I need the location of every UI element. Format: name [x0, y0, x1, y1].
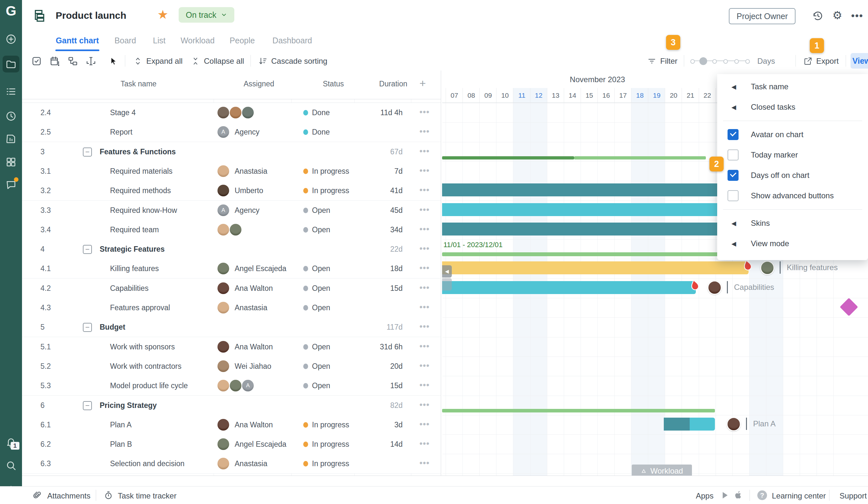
task-duration[interactable]: 20d	[390, 362, 403, 371]
row-menu-icon[interactable]: •••	[420, 166, 430, 176]
project-status-dropdown[interactable]: On track	[179, 7, 234, 23]
menu-item-view-mode[interactable]: ◀ View mode	[717, 233, 868, 254]
add-column-button[interactable]: +	[420, 77, 426, 90]
row-menu-icon[interactable]: •••	[420, 107, 430, 117]
collapse-group-icon[interactable]: –	[83, 245, 92, 254]
task-name[interactable]: Plan A	[110, 421, 132, 429]
sidebar-item-plus-circle[interactable]	[4, 32, 18, 46]
task-name[interactable]: Work with sponsors	[110, 343, 175, 351]
menu-item-show-advanced-buttons[interactable]: Show advanced buttons	[717, 186, 868, 206]
row-menu-icon[interactable]: •••	[420, 224, 430, 234]
row-menu-icon[interactable]: •••	[420, 341, 430, 351]
checkbox-today-marker[interactable]	[727, 149, 738, 160]
row-menu-icon[interactable]: •••	[420, 458, 430, 468]
status-label[interactable]: Open	[312, 303, 330, 312]
task-duration[interactable]: 15d	[390, 381, 403, 390]
tab-people[interactable]: People	[229, 31, 255, 50]
menu-item-today-marker[interactable]: Today marker	[717, 145, 868, 165]
task-duration[interactable]: 67d	[390, 147, 403, 156]
task-name[interactable]: Required know-How	[110, 206, 177, 215]
status-label[interactable]: Open	[312, 362, 330, 371]
sidebar-item-search[interactable]	[4, 459, 18, 472]
tab-board[interactable]: Board	[114, 31, 137, 50]
task-duration[interactable]: 18d	[390, 264, 403, 273]
row-menu-icon[interactable]: •••	[420, 439, 430, 449]
task-name[interactable]: Killing features	[110, 264, 159, 273]
group-summary-bar[interactable]	[442, 156, 574, 159]
sidebar-item-chat[interactable]	[4, 178, 18, 191]
task-duration[interactable]: 41d	[390, 186, 403, 195]
task-duration[interactable]: 45d	[390, 206, 403, 215]
task-duration[interactable]: 22d	[390, 245, 403, 254]
export-button[interactable]: Export	[803, 56, 838, 66]
google-play-icon[interactable]	[721, 491, 730, 500]
menu-item-avatar-on-chart[interactable]: Avatar on chart	[717, 125, 868, 145]
group-summary-bar[interactable]	[442, 409, 715, 412]
task-bar[interactable]	[690, 418, 715, 431]
row-menu-icon[interactable]: •••	[420, 302, 430, 312]
menu-item-skins[interactable]: ◀ Skins	[717, 213, 868, 233]
status-label[interactable]: Open	[312, 206, 330, 215]
overdue-tasks-icon[interactable]	[49, 56, 60, 67]
task-name[interactable]: Required materials	[110, 167, 173, 176]
checkbox-days-off-on-chart[interactable]	[727, 170, 738, 181]
workload-button[interactable]: Workload	[632, 464, 692, 475]
collapse-group-icon[interactable]: –	[83, 401, 92, 410]
status-label[interactable]: In progress	[312, 440, 349, 449]
favorite-star-icon[interactable]: ★	[157, 8, 168, 21]
status-label[interactable]: In progress	[312, 421, 349, 429]
learning-center-link[interactable]: Learning center	[772, 491, 826, 501]
subtask-structure-icon[interactable]	[67, 56, 78, 67]
tab-workload[interactable]: Workload	[181, 31, 214, 50]
row-menu-icon[interactable]: •••	[420, 400, 430, 410]
collapse-all-button[interactable]: Collapse all	[191, 56, 244, 66]
task-duration[interactable]: 7d	[394, 167, 403, 176]
collapse-group-icon[interactable]: –	[83, 323, 92, 332]
status-label[interactable]: Open	[312, 343, 330, 351]
menu-item-closed-tasks[interactable]: ◀ Closed tasks	[717, 97, 868, 117]
row-menu-icon[interactable]: •••	[420, 322, 430, 332]
column-header-task-name[interactable]: Task name	[96, 80, 180, 88]
sidebar-item-list[interactable]	[4, 85, 18, 98]
expand-all-button[interactable]: Expand all	[133, 56, 183, 66]
task-name[interactable]: Features & Functions	[100, 147, 176, 156]
status-label[interactable]: In progress	[312, 459, 349, 468]
status-label[interactable]: In progress	[312, 186, 349, 195]
task-duration[interactable]: 34d	[390, 225, 403, 234]
status-label[interactable]: Open	[312, 284, 330, 293]
group-summary-bar[interactable]	[574, 156, 706, 159]
filter-button[interactable]: Filter	[647, 56, 678, 66]
menu-item-task-name[interactable]: ◀ Task name	[717, 77, 868, 97]
checkbox-show-advanced-buttons[interactable]	[727, 190, 738, 201]
sidebar-item-bell[interactable]: 1	[4, 435, 18, 449]
task-duration[interactable]: 82d	[390, 401, 403, 410]
scroll-to-task-handle[interactable]	[442, 278, 452, 291]
tab-list[interactable]: List	[151, 31, 167, 50]
text-spacing-icon[interactable]	[85, 56, 96, 67]
task-name[interactable]: Stage 4	[110, 108, 136, 117]
status-label[interactable]: Done	[312, 108, 330, 117]
history-icon[interactable]	[812, 10, 824, 22]
task-duration[interactable]: 15d	[390, 284, 403, 293]
menu-item-days-off-on-chart[interactable]: Days off on chart	[717, 165, 868, 185]
apps-label[interactable]: Apps	[696, 491, 714, 501]
support-link[interactable]: Support	[839, 491, 867, 501]
task-name[interactable]: Required methods	[110, 186, 171, 195]
row-menu-icon[interactable]: •••	[420, 380, 430, 390]
task-name[interactable]: Report	[110, 128, 132, 137]
horizontal-scrollbar[interactable]	[22, 475, 868, 476]
row-menu-icon[interactable]: •••	[420, 361, 430, 371]
attachments-link[interactable]: Attachments	[47, 491, 90, 501]
sidebar-item-clock[interactable]	[4, 109, 18, 123]
zoom-slider-thumb[interactable]	[699, 57, 707, 65]
task-time-tracker-link[interactable]: Task time tracker	[118, 491, 176, 501]
row-menu-icon[interactable]: •••	[420, 126, 430, 137]
task-duration[interactable]: 117d	[387, 323, 403, 332]
row-menu-icon[interactable]: •••	[420, 244, 430, 254]
task-bar[interactable]	[442, 281, 696, 294]
collapse-group-icon[interactable]: –	[83, 147, 92, 157]
status-label[interactable]: Open	[312, 264, 330, 273]
sidebar-item-grid[interactable]	[4, 155, 18, 169]
role-button[interactable]: Project Owner	[729, 8, 796, 24]
status-label[interactable]: Open	[312, 225, 330, 234]
